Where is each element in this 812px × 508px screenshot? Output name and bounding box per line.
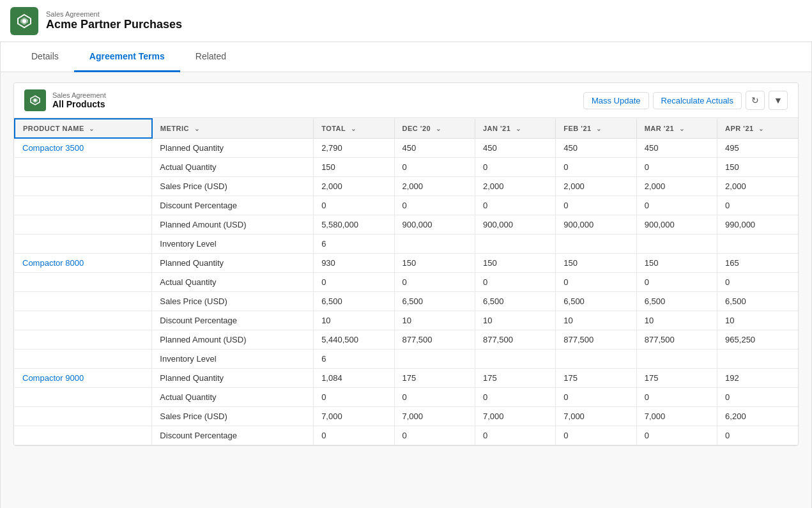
- tab-details[interactable]: Details: [16, 42, 74, 72]
- product-cell-1: [15, 292, 152, 311]
- mass-update-button[interactable]: Mass Update: [583, 92, 649, 109]
- dec20-cell: 0: [394, 273, 475, 292]
- apr21-cell: 10: [717, 311, 798, 330]
- apr21-cell: 495: [717, 138, 798, 158]
- metric-cell: Planned Quantity: [152, 254, 314, 273]
- tab-related[interactable]: Related: [180, 42, 241, 72]
- tab-agreement-terms[interactable]: Agreement Terms: [74, 42, 180, 72]
- total-cell: 10: [314, 311, 394, 330]
- dec20-cell: 175: [394, 369, 475, 388]
- dec20-cell: [394, 350, 475, 369]
- table-row: Discount Percentage000000: [15, 196, 798, 215]
- jan21-cell: 0: [475, 273, 555, 292]
- feb21-sort-icon: ⌄: [596, 125, 602, 132]
- card-header: Sales Agreement All Products Mass Update…: [14, 83, 798, 118]
- header-text: Sales Agreement Acme Partner Purchases: [46, 10, 182, 31]
- product-link-2[interactable]: Compactor 9000: [22, 373, 84, 383]
- jan21-cell: 6,500: [475, 292, 555, 311]
- header-subtitle: Sales Agreement: [46, 10, 182, 18]
- mar21-cell: 175: [636, 369, 717, 388]
- total-cell: 6: [314, 235, 394, 254]
- dec20-cell: 0: [394, 388, 475, 407]
- col-header-feb21[interactable]: Feb '21 ⌄: [556, 119, 636, 138]
- metric-cell: Planned Quantity: [152, 369, 314, 388]
- product-cell-0: [15, 196, 152, 215]
- table-row: Discount Percentage000000: [15, 426, 798, 445]
- table-row: Actual Quantity1500000150: [15, 158, 798, 177]
- total-cell: 5,440,500: [314, 330, 394, 350]
- table-row: Inventory Level6: [15, 350, 798, 369]
- app-logo: [10, 7, 38, 35]
- total-cell: 150: [314, 158, 394, 177]
- total-cell: 7,000: [314, 407, 394, 426]
- col-header-total[interactable]: TOTAL ⌄: [314, 119, 394, 138]
- product-link-1[interactable]: Compactor 8000: [22, 258, 84, 268]
- jan21-cell: 7,000: [475, 407, 555, 426]
- apr21-sort-icon: ⌄: [758, 125, 764, 132]
- dec20-cell: 450: [394, 138, 475, 158]
- refresh-button[interactable]: ↻: [746, 91, 765, 110]
- dec20-cell: [394, 235, 475, 254]
- apr21-cell: 965,250: [717, 330, 798, 350]
- jan21-cell: 10: [475, 311, 555, 330]
- col-header-product[interactable]: PRODUCT NAME ⌄: [15, 119, 152, 138]
- jan21-cell: 2,000: [475, 177, 555, 196]
- mar21-cell: 450: [636, 138, 717, 158]
- metric-cell: Discount Percentage: [152, 311, 314, 330]
- table-row: Actual Quantity000000: [15, 388, 798, 407]
- jan21-cell: 150: [475, 254, 555, 273]
- product-cell-1: [15, 311, 152, 330]
- main-container: Details Agreement Terms Related Sales Ag…: [0, 42, 812, 508]
- card-icon: [24, 89, 46, 111]
- metric-cell: Planned Amount (USD): [152, 330, 314, 350]
- total-cell: 930: [314, 254, 394, 273]
- product-cell-0: [15, 235, 152, 254]
- apr21-cell: 0: [717, 426, 798, 445]
- feb21-cell: [556, 235, 636, 254]
- product-cell-1: Compactor 8000: [15, 254, 152, 273]
- product-link-0[interactable]: Compactor 3500: [22, 143, 84, 153]
- total-cell: 6,500: [314, 292, 394, 311]
- apr21-cell: 0: [717, 388, 798, 407]
- dec20-cell: 0: [394, 158, 475, 177]
- product-cell-0: Compactor 3500: [15, 138, 152, 158]
- card-label: Sales Agreement: [52, 91, 106, 99]
- table-row: Actual Quantity000000: [15, 273, 798, 292]
- jan21-cell: 900,000: [475, 215, 555, 235]
- dec20-sort-icon: ⌄: [436, 125, 441, 132]
- apr21-cell: 165: [717, 254, 798, 273]
- jan21-cell: 0: [475, 388, 555, 407]
- total-cell: 0: [314, 388, 394, 407]
- metric-cell: Discount Percentage: [152, 426, 314, 445]
- table-row: Compactor 3500Planned Quantity2,79045045…: [15, 138, 798, 158]
- apr21-cell: 2,000: [717, 177, 798, 196]
- dec20-cell: 7,000: [394, 407, 475, 426]
- dec20-cell: 0: [394, 426, 475, 445]
- apr21-cell: 0: [717, 273, 798, 292]
- col-header-dec20[interactable]: Dec '20 ⌄: [394, 119, 475, 138]
- svg-point-1: [34, 99, 36, 102]
- col-header-mar21[interactable]: Mar '21 ⌄: [636, 119, 717, 138]
- col-header-metric[interactable]: METRIC ⌄: [152, 119, 314, 138]
- col-header-apr21[interactable]: Apr '21 ⌄: [717, 119, 798, 138]
- app-header: Sales Agreement Acme Partner Purchases: [0, 0, 812, 42]
- mar21-cell: 150: [636, 254, 717, 273]
- recalculate-button[interactable]: Recalculate Actuals: [653, 92, 742, 109]
- col-header-jan21[interactable]: Jan '21 ⌄: [475, 119, 555, 138]
- product-cell-2: [15, 426, 152, 445]
- metric-cell: Inventory Level: [152, 235, 314, 254]
- table-row: Compactor 9000Planned Quantity1,08417517…: [15, 369, 798, 388]
- apr21-cell: [717, 350, 798, 369]
- product-cell-1: [15, 350, 152, 369]
- feb21-cell: [556, 350, 636, 369]
- filter-button[interactable]: ▼: [769, 91, 788, 110]
- mar21-cell: 0: [636, 158, 717, 177]
- content-area: Sales Agreement All Products Mass Update…: [1, 72, 811, 508]
- metric-cell: Discount Percentage: [152, 196, 314, 215]
- feb21-cell: 0: [556, 426, 636, 445]
- table-row: Compactor 8000Planned Quantity9301501501…: [15, 254, 798, 273]
- mar21-cell: 0: [636, 273, 717, 292]
- jan21-cell: 0: [475, 426, 555, 445]
- mar21-cell: 10: [636, 311, 717, 330]
- apr21-cell: 990,000: [717, 215, 798, 235]
